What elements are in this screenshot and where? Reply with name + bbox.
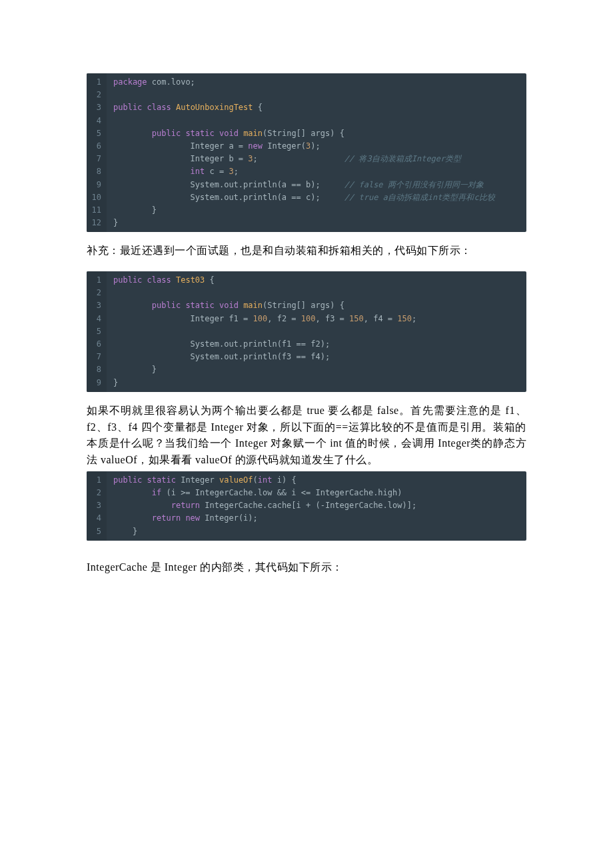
code-body: public class Test03 { public static void… [107, 271, 526, 392]
code-block-valueof: 12345 public static Integer valueOf(int … [87, 471, 526, 541]
code-block-autounboxing: 123456789101112 package com.lovo; public… [87, 73, 526, 232]
paragraph-explanation: 如果不明就里很容易认为两个输出要么都是 true 要么都是 false。首先需要… [87, 403, 526, 469]
code-gutter: 12345 [87, 471, 107, 541]
paragraph-supplement: 补充：最近还遇到一个面试题，也是和自动装箱和拆箱相关的，代码如下所示： [87, 243, 526, 259]
paragraph-integercache: IntegerCache 是 Integer 的内部类，其代码如下所示： [87, 559, 526, 576]
code-body: public static Integer valueOf(int i) { i… [107, 471, 526, 541]
document-page: 123456789101112 package com.lovo; public… [0, 0, 613, 868]
code-gutter: 123456789 [87, 271, 107, 392]
code-block-test03: 123456789 public class Test03 { public s… [87, 271, 526, 392]
code-body: package com.lovo; public class AutoUnbox… [107, 73, 526, 232]
code-gutter: 123456789101112 [87, 73, 107, 232]
